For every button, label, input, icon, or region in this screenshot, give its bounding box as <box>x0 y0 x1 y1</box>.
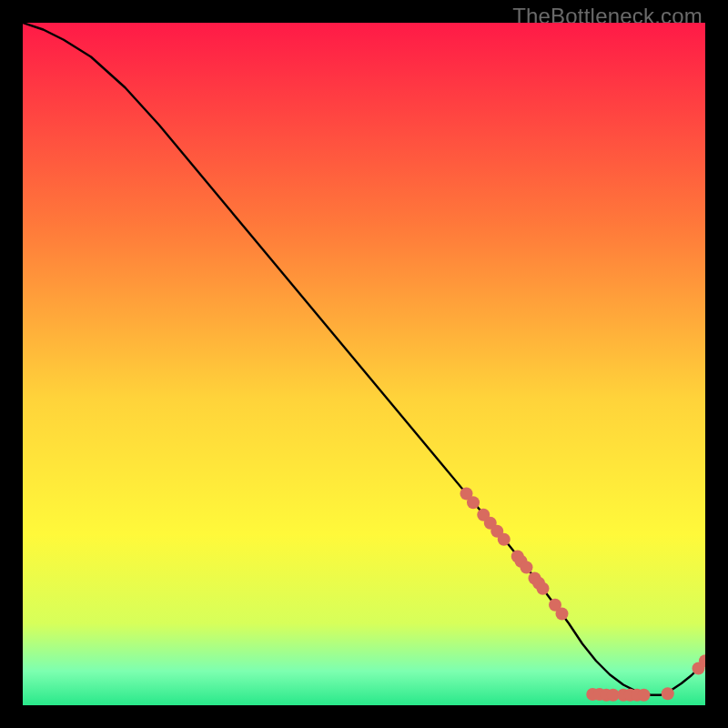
data-marker <box>638 689 651 702</box>
data-marker <box>556 608 569 621</box>
gradient-background <box>23 23 705 705</box>
bottleneck-chart-svg <box>23 23 705 705</box>
data-marker <box>467 496 480 509</box>
plot-area <box>23 23 705 705</box>
data-marker <box>498 533 511 546</box>
data-marker <box>662 687 674 700</box>
data-marker <box>537 582 550 595</box>
chart-frame: TheBottleneck.com <box>0 0 728 728</box>
data-marker <box>521 561 533 574</box>
